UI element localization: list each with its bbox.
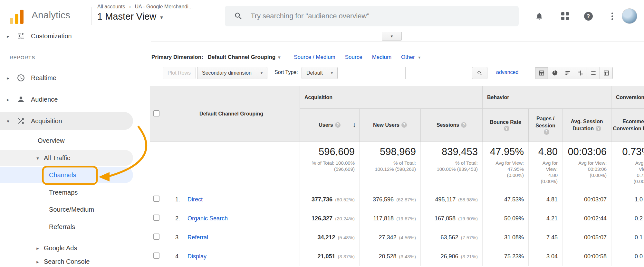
user-avatar[interactable]: [622, 8, 637, 24]
sidebar-item-label: Audience: [31, 96, 58, 103]
metric-value: 377,736: [312, 196, 332, 203]
select-all-checkbox[interactable]: [153, 110, 159, 116]
chevron-down-icon: [261, 71, 263, 75]
breadcrumb-separator-icon: ›: [129, 4, 131, 9]
row-checkbox-cell: [150, 209, 163, 228]
term-cloud-view-icon[interactable]: [587, 67, 600, 79]
channel-link[interactable]: Display: [187, 253, 207, 260]
sort-type-button[interactable]: Default: [302, 67, 338, 79]
product-name: Analytics: [32, 10, 70, 21]
pivot-view-icon[interactable]: [600, 67, 612, 79]
help-icon[interactable]: [401, 122, 407, 128]
performance-bars-view-icon[interactable]: [561, 67, 574, 79]
sidebar-item-channels[interactable]: Channels: [0, 167, 133, 183]
channel-cell: 3. Referral: [163, 228, 300, 247]
metric-value: 20,528: [379, 253, 396, 260]
metric-percent: (19.90%): [458, 216, 478, 221]
totals-users: 596,609 % of Total: 100.00% (596,609): [300, 142, 360, 190]
channel-link[interactable]: Organic Search: [187, 215, 228, 222]
dimension-default-channel-grouping[interactable]: Default Channel Grouping: [208, 54, 281, 60]
users-cell: 126,327(20.24%): [300, 209, 360, 228]
metric-percent: (3.37%): [338, 254, 355, 259]
help-icon[interactable]: [335, 122, 341, 128]
dimension-other-link[interactable]: Other: [401, 54, 420, 60]
global-search-input[interactable]: [251, 12, 511, 20]
ecommerce-rate-cell: 0.2: [611, 209, 644, 228]
row-checkbox[interactable]: [153, 234, 159, 240]
dimension-source-link[interactable]: Source: [345, 54, 362, 60]
column-header-pages-session[interactable]: Pages / Session: [529, 109, 562, 142]
percentage-pie-view-icon[interactable]: [548, 67, 561, 79]
help-icon[interactable]: [544, 129, 549, 135]
column-header-ecommerce-conversion-rate[interactable]: Ecommerce Conversion Rate: [611, 109, 644, 142]
dimension-medium-link[interactable]: Medium: [372, 54, 391, 60]
users-cell: 377,736(60.52%): [300, 190, 360, 209]
breadcrumb-all-accounts[interactable]: All accounts: [97, 4, 125, 9]
column-header-bounce-rate[interactable]: Bounce Rate: [483, 109, 529, 142]
row-checkbox[interactable]: [153, 253, 159, 259]
sidebar-item-label: Customization: [31, 32, 72, 40]
plot-rows-button[interactable]: Plot Rows: [163, 67, 196, 79]
sort-descending-icon[interactable]: [353, 121, 356, 129]
search-icon: [477, 70, 483, 76]
view-selector[interactable]: 1 Master View: [97, 11, 193, 22]
sidebar-item-referrals[interactable]: Referrals: [0, 219, 142, 235]
totals-empty-cell: [150, 142, 163, 190]
metric-percent: (19.67%): [396, 216, 416, 221]
chevron-down-icon: [5, 119, 11, 124]
sidebar-item-label: Channels: [49, 171, 76, 179]
main-content: Primary Dimension: Default Channel Group…: [142, 32, 644, 267]
breadcrumb-property[interactable]: UA - Google Merchandi...: [135, 4, 193, 9]
total-value: 4.80: [529, 146, 558, 158]
sidebar-item-overview[interactable]: Overview: [0, 133, 142, 149]
more-options-kebab-icon[interactable]: [608, 12, 617, 21]
dimension-source-medium-link[interactable]: Source / Medium: [294, 54, 335, 60]
row-checkbox[interactable]: [153, 215, 159, 221]
column-header-sessions[interactable]: Sessions: [421, 109, 483, 142]
sidebar-item-search-console[interactable]: Search Console: [0, 253, 142, 267]
row-index: 2.: [175, 215, 180, 222]
metric-value: 495,117: [435, 196, 456, 203]
table-row-display: 4. Display 21,051(3.37%) 20,528(3.43%) 2…: [150, 247, 644, 266]
analytics-logo-icon[interactable]: [10, 8, 26, 24]
sidebar-item-all-traffic[interactable]: All Traffic: [0, 150, 133, 166]
column-header-avg-session-duration[interactable]: Avg. Session Duration: [562, 109, 611, 142]
help-icon[interactable]: [596, 126, 601, 131]
sidebar-item-audience[interactable]: Audience: [0, 91, 142, 107]
sidebar-item-treemaps[interactable]: Treemaps: [0, 184, 142, 200]
total-value: 596,609: [300, 146, 355, 158]
comparison-view-icon[interactable]: [574, 67, 587, 79]
row-checkbox-cell: [150, 247, 163, 266]
channel-link[interactable]: Direct: [187, 196, 203, 203]
column-header-new-users[interactable]: New Users: [360, 109, 421, 142]
row-checkbox[interactable]: [153, 196, 159, 202]
column-header-users[interactable]: Users: [300, 109, 360, 142]
totals-empty-cell: [163, 142, 300, 190]
pages-session-cell: 4.21: [529, 209, 562, 228]
chevron-down-icon: [278, 55, 280, 60]
sidebar-item-realtime[interactable]: Realtime: [0, 70, 142, 86]
help-icon[interactable]: ?: [584, 12, 593, 21]
data-table-view-icon[interactable]: [535, 67, 548, 79]
sidebar-item-label: Referrals: [49, 223, 75, 231]
column-header-dimension[interactable]: Default Channel Grouping: [163, 86, 300, 142]
advanced-search-link[interactable]: advanced: [496, 69, 518, 75]
apps-grid-icon[interactable]: [561, 12, 570, 21]
clipped-dropdown-button[interactable]: [382, 32, 402, 41]
help-icon[interactable]: [504, 126, 509, 131]
total-value: 00:03:06: [562, 146, 607, 158]
sidebar-item-label: Acquisition: [31, 117, 62, 125]
notifications-bell-icon[interactable]: [535, 12, 544, 21]
sidebar-item-source-medium[interactable]: Source/Medium: [0, 201, 142, 217]
reports-section-heading: REPORTS: [10, 55, 35, 60]
help-icon[interactable]: [461, 122, 466, 128]
table-search-button[interactable]: [472, 67, 487, 79]
metric-percent: (60.52%): [335, 197, 355, 202]
secondary-dimension-button[interactable]: Secondary dimension: [197, 67, 267, 79]
realtime-clock-icon: [17, 74, 25, 82]
sidebar-item-label: Google Ads: [44, 244, 77, 252]
acquisition-icon: [17, 117, 25, 125]
channel-link[interactable]: Referral: [187, 234, 208, 241]
sidebar-item-acquisition[interactable]: Acquisition: [0, 112, 133, 130]
table-search-input[interactable]: [405, 67, 472, 79]
